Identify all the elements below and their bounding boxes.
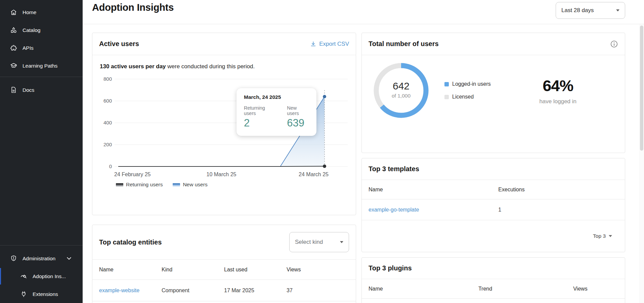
- card-title: Total number of users: [369, 40, 439, 48]
- caret-down-icon: [340, 241, 343, 243]
- sidebar-item-home[interactable]: Home: [0, 3, 83, 21]
- template-link[interactable]: example-go-template: [369, 207, 498, 213]
- catalog-icon: [10, 27, 17, 34]
- column-header: Kind: [162, 267, 224, 273]
- top-catalog-header: Top catalog entities Select kind: [92, 225, 356, 260]
- sidebar-item-catalog[interactable]: Catalog: [0, 21, 83, 39]
- main-area: Adoption Insights Last 28 days Active us…: [83, 0, 644, 303]
- donut-chart: 642 of 1,000: [371, 60, 432, 121]
- active-users-header: Active users Export CSV: [92, 33, 356, 55]
- info-button[interactable]: [610, 40, 618, 48]
- scrollbar-thumb[interactable]: [640, 26, 643, 151]
- svg-text:200: 200: [103, 142, 112, 147]
- sidebar-item-label: APIs: [23, 45, 34, 51]
- sidebar-item-administration[interactable]: Administration: [0, 250, 83, 267]
- sidebar: Home Catalog APIs Learning Paths Docs Ad…: [0, 0, 83, 303]
- chart-tooltip: March, 24 2025 Returning users 2 New use…: [237, 88, 316, 136]
- adoption-insights-icon: [20, 273, 27, 280]
- table-row: example-website Component 17 Mar 2025 37: [92, 280, 356, 301]
- top-plugins-header: Top 3 plugins: [362, 258, 625, 279]
- top-n-select[interactable]: Top 3: [362, 220, 625, 252]
- sidebar-divider: [0, 245, 83, 245]
- sidebar-item-learning-paths[interactable]: Learning Paths: [0, 57, 83, 75]
- scrollbar-track[interactable]: [639, 25, 644, 303]
- legend-item-returning-users[interactable]: Returning users: [116, 182, 163, 188]
- total-users-header: Total number of users: [362, 33, 625, 55]
- column-header: Name: [99, 267, 162, 273]
- table-cell: 37: [287, 288, 349, 294]
- date-range-value: Last 28 days: [561, 7, 594, 14]
- tooltip-label: Returning users: [244, 105, 277, 116]
- donut-center-sub: of 1,000: [392, 93, 411, 99]
- card-title: Top 3 templates: [369, 165, 419, 173]
- summary-bold: 130 active users per day: [100, 63, 166, 70]
- top-plugins-card: Top 3 plugins Name Trend Views: [361, 257, 625, 303]
- active-users-body: 130 active users per day were conducted …: [92, 55, 356, 188]
- tooltip-returning: Returning users 2: [244, 105, 277, 129]
- percent-value: 64%: [539, 76, 576, 95]
- learning-paths-icon: [10, 62, 17, 69]
- sidebar-item-label: Catalog: [23, 27, 40, 33]
- tooltip-value: 639: [287, 117, 309, 129]
- top-catalog-entities-card: Top catalog entities Select kind Name Ki…: [92, 225, 356, 303]
- select-kind-value: Select kind: [295, 239, 323, 245]
- sidebar-item-extensions[interactable]: Extensions: [0, 285, 83, 303]
- legend-label: Returning users: [126, 182, 163, 188]
- sidebar-item-label: Docs: [23, 87, 34, 93]
- percent-block: 64% have logged in: [539, 76, 576, 105]
- active-users-summary: 130 active users per day were conducted …: [100, 63, 349, 70]
- legend-label: Licensed: [452, 94, 474, 100]
- card-title: Active users: [99, 40, 139, 48]
- sidebar-item-docs[interactable]: Docs: [0, 81, 83, 99]
- tooltip-label: New users: [287, 105, 309, 116]
- column-header: Trend: [478, 286, 573, 292]
- sidebar-item-label: Home: [23, 9, 36, 15]
- tooltip-value: 2: [244, 117, 277, 129]
- legend-item-logged-in[interactable]: Logged-in users: [444, 81, 491, 87]
- page-header: Adoption Insights Last 28 days: [83, 0, 644, 24]
- legend-item-new-users[interactable]: New users: [173, 182, 207, 188]
- top-templates-card: Top 3 templates Name Executions example-…: [361, 158, 625, 252]
- top-n-value: Top 3: [593, 233, 606, 239]
- column-header: Executions: [498, 187, 618, 193]
- app-window: Home Catalog APIs Learning Paths Docs Ad…: [0, 0, 644, 303]
- svg-text:24 March 25: 24 March 25: [299, 172, 329, 177]
- table-header-row: Name Trend Views: [362, 279, 625, 299]
- entity-link[interactable]: example-website: [99, 288, 162, 294]
- select-kind-dropdown[interactable]: Select kind: [289, 232, 349, 252]
- legend-item-licensed[interactable]: Licensed: [444, 94, 491, 100]
- download-icon: [310, 41, 316, 47]
- dashboard-content: Active users Export CSV 130 active users…: [83, 24, 644, 303]
- column-header: Name: [369, 286, 478, 292]
- donut-center-value: 642: [393, 80, 410, 91]
- export-csv-label: Export CSV: [319, 41, 349, 47]
- caret-down-icon: [616, 9, 619, 11]
- table-header-row: Name Kind Last used Views: [92, 260, 356, 280]
- summary-rest: were conducted during this period.: [166, 63, 255, 70]
- page-title: Adoption Insights: [92, 2, 174, 13]
- table-header-row: Name Executions: [362, 180, 625, 199]
- svg-text:10 March 25: 10 March 25: [207, 172, 237, 177]
- top-templates-header: Top 3 templates: [362, 158, 625, 180]
- administration-icon: [10, 255, 17, 262]
- sidebar-item-label: Administration: [23, 256, 55, 262]
- card-title: Top 3 plugins: [369, 264, 412, 272]
- legend-swatch-new: [173, 183, 180, 186]
- active-users-card: Active users Export CSV 130 active users…: [92, 33, 356, 215]
- svg-text:400: 400: [103, 120, 112, 125]
- export-csv-button[interactable]: Export CSV: [310, 41, 349, 47]
- sidebar-divider: [0, 77, 83, 77]
- table-cell: 1: [498, 207, 618, 213]
- sidebar-item-adoption-insights[interactable]: Adoption Ins...: [0, 267, 83, 285]
- caret-down-icon: [609, 235, 612, 237]
- tooltip-new: New users 639: [287, 105, 309, 129]
- sidebar-item-label: Adoption Ins...: [33, 273, 66, 279]
- legend-swatch-gray: [444, 95, 449, 99]
- info-icon: [610, 40, 618, 48]
- sidebar-item-apis[interactable]: APIs: [0, 39, 83, 57]
- date-range-select[interactable]: Last 28 days: [556, 2, 625, 19]
- docs-icon: [10, 86, 17, 93]
- table-cell: 17 Mar 2025: [224, 288, 287, 294]
- sidebar-item-label: Learning Paths: [23, 63, 57, 69]
- legend-swatch-returning: [116, 183, 123, 186]
